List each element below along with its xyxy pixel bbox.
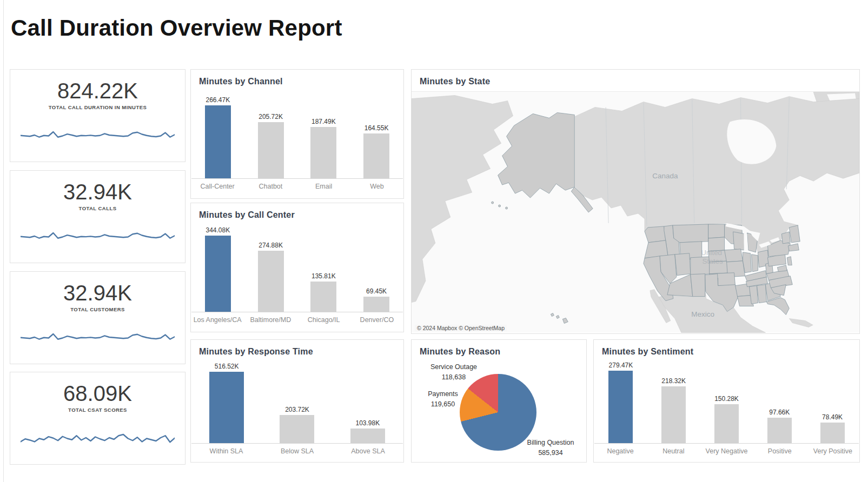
map-label-united-states-2: States bbox=[703, 257, 723, 265]
bar[interactable] bbox=[310, 127, 336, 178]
bar-column[interactable]: 69.45K bbox=[350, 287, 403, 312]
bar-column[interactable]: 97.66K bbox=[753, 409, 806, 443]
bar[interactable] bbox=[280, 415, 314, 443]
chart-minutes-by-state[interactable]: Minutes by State bbox=[411, 69, 860, 334]
axis-category-label: Denver/CO bbox=[350, 312, 403, 324]
chart-title: Minutes by Reason bbox=[412, 340, 586, 359]
page-title: Call Duration Overview Report bbox=[11, 15, 342, 41]
bar-column[interactable]: 516.52K bbox=[191, 363, 262, 443]
bars-plot-area: 266.47K205.72K187.49K164.55K bbox=[191, 89, 403, 179]
bar-column[interactable]: 279.47K bbox=[594, 362, 647, 443]
kpi-card-total-calls[interactable]: 32.94K TOTAL CALLS bbox=[10, 170, 185, 263]
map-attribution[interactable]: © 2024 Mapbox © OpenStreetMap bbox=[415, 325, 507, 331]
sparkline-chart[interactable] bbox=[21, 123, 175, 147]
state-UT[interactable] bbox=[675, 253, 691, 276]
bar[interactable] bbox=[661, 386, 686, 443]
bar-column[interactable]: 150.28K bbox=[700, 395, 753, 443]
bar-column[interactable]: 205.72K bbox=[244, 113, 297, 178]
aleutian-island bbox=[499, 205, 501, 207]
kpi-card-total-csat-scores[interactable]: 68.09K TOTAL CSAT SCORES bbox=[10, 372, 185, 465]
kpi-value: 32.94K bbox=[10, 282, 185, 304]
bar[interactable] bbox=[209, 372, 244, 443]
kpi-card-total-customers[interactable]: 32.94K TOTAL CUSTOMERS bbox=[10, 271, 185, 364]
bar-column[interactable]: 203.72K bbox=[262, 406, 332, 443]
bar-column[interactable]: 344.08K bbox=[191, 226, 244, 312]
bar[interactable] bbox=[258, 122, 284, 178]
axis-category-label: Neutral bbox=[647, 444, 700, 455]
chart-title: Minutes by Channel bbox=[191, 70, 403, 89]
pie-slice-value: 119,650 bbox=[413, 399, 473, 410]
bar-column[interactable]: 164.55K bbox=[350, 124, 403, 178]
axis-category-label: Email bbox=[297, 179, 350, 190]
kpi-value: 68.09K bbox=[10, 382, 185, 405]
bar[interactable] bbox=[258, 251, 284, 312]
chart-minutes-by-response-time[interactable]: Minutes by Response Time 516.52K203.72K1… bbox=[190, 339, 404, 463]
bar-column[interactable]: 78.49K bbox=[806, 413, 859, 443]
dashboard: Call Duration Overview Report 824.22K TO… bbox=[0, 0, 868, 482]
state-NJ[interactable] bbox=[787, 257, 792, 265]
chart-minutes-by-reason[interactable]: Minutes by Reason Service Outage 118,638… bbox=[411, 339, 587, 463]
state-IN[interactable] bbox=[751, 255, 758, 272]
bar[interactable] bbox=[205, 105, 231, 178]
bar-column[interactable]: 218.32K bbox=[647, 377, 700, 443]
bar[interactable] bbox=[350, 429, 385, 443]
bar-column[interactable]: 266.47K bbox=[191, 96, 244, 178]
axis-category-label: Los Angeles/CA bbox=[191, 312, 244, 324]
kpi-value: 32.94K bbox=[10, 180, 185, 203]
bars-plot-area: 279.47K218.32K150.28K97.66K78.49K bbox=[594, 359, 859, 444]
bar-value-label: 218.32K bbox=[661, 377, 686, 385]
axis-category-label: Baltimore/MD bbox=[244, 312, 297, 324]
pie-slice-name: Billing Question bbox=[515, 438, 586, 448]
bar[interactable] bbox=[310, 282, 336, 312]
state-ND[interactable] bbox=[708, 224, 725, 238]
chart-minutes-by-channel[interactable]: Minutes by Channel 266.47K205.72K187.49K… bbox=[190, 69, 404, 199]
bar-value-label: 103.98K bbox=[355, 419, 380, 427]
bar-value-label: 279.47K bbox=[609, 362, 633, 369]
chart-title: Minutes by State bbox=[412, 70, 859, 92]
bar-column[interactable]: 103.98K bbox=[333, 419, 403, 443]
bar-column[interactable]: 187.49K bbox=[297, 118, 350, 178]
x-axis-labels: Within SLABelow SLAAbove SLA bbox=[191, 444, 403, 455]
state-WA[interactable] bbox=[645, 226, 666, 243]
x-axis-labels: Call-CenterChatbotEmailWeb bbox=[191, 179, 403, 190]
bar-column[interactable]: 274.88K bbox=[244, 242, 297, 312]
pie-plot-area: Service Outage 118,638 Payments 119,650 … bbox=[412, 359, 586, 461]
map-label-canada: Canada bbox=[652, 172, 678, 180]
sparkline-line bbox=[21, 434, 175, 442]
state-NM[interactable] bbox=[691, 274, 705, 297]
state-WI[interactable] bbox=[733, 232, 745, 250]
sparkline-chart[interactable] bbox=[21, 325, 175, 349]
bar[interactable] bbox=[205, 236, 231, 312]
bar-value-label: 187.49K bbox=[312, 118, 336, 125]
kpi-value: 824.22K bbox=[10, 79, 185, 102]
chart-minutes-by-call-center[interactable]: Minutes by Call Center 344.08K274.88K135… bbox=[190, 203, 404, 332]
sparkline-line bbox=[21, 334, 175, 339]
x-axis-labels: NegativeNeutralVery NegativePositiveVery… bbox=[594, 444, 859, 455]
chart-minutes-by-sentiment[interactable]: Minutes by Sentiment 279.47K218.32K150.2… bbox=[593, 339, 860, 463]
axis-category-label: Very Negative bbox=[700, 444, 753, 455]
state-MT[interactable] bbox=[673, 224, 708, 243]
axis-category-label: Chicago/IL bbox=[297, 312, 350, 324]
axis-category-label: Chatbot bbox=[244, 179, 297, 190]
bars-plot-area: 516.52K203.72K103.98K bbox=[191, 359, 403, 444]
sparkline-chart[interactable] bbox=[21, 224, 175, 248]
kpi-card-total-call-duration[interactable]: 824.22K TOTAL CALL DURATION IN MINUTES bbox=[10, 69, 185, 162]
state-NH[interactable] bbox=[781, 232, 790, 244]
bar[interactable] bbox=[608, 371, 633, 443]
bar[interactable] bbox=[363, 297, 389, 312]
sparkline-chart[interactable] bbox=[21, 426, 175, 450]
choropleth-map[interactable]: Canada United States Mexico bbox=[412, 92, 859, 333]
aleutian-island bbox=[506, 207, 508, 209]
bar[interactable] bbox=[363, 133, 389, 178]
bar[interactable] bbox=[820, 423, 845, 443]
map-label-mexico: Mexico bbox=[691, 310, 714, 318]
state-IA[interactable] bbox=[725, 249, 743, 262]
bar[interactable] bbox=[714, 404, 739, 443]
pie-label-service-outage: Service Outage 118,638 bbox=[419, 362, 489, 383]
chart-title: Minutes by Call Center bbox=[191, 203, 403, 222]
aleutian-island bbox=[492, 202, 494, 204]
bar-column[interactable]: 135.81K bbox=[297, 272, 350, 312]
bar[interactable] bbox=[767, 418, 792, 443]
map-body[interactable]: Canada United States Mexico © 2024 Mapbo… bbox=[412, 92, 859, 333]
bar-value-label: 203.72K bbox=[285, 406, 309, 413]
